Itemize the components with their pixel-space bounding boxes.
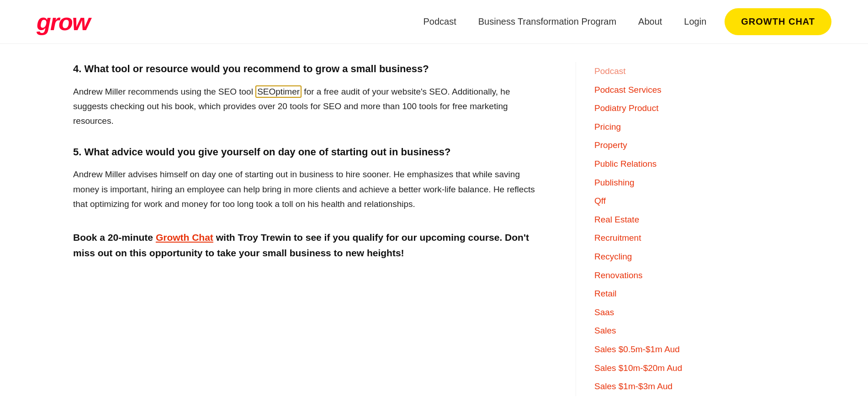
sidebar-item-16[interactable]: Sales $10m-$20m Aud: [594, 359, 722, 378]
cta-block: Book a 20-minute Growth Chat with Troy T…: [73, 230, 539, 260]
sidebar-item-10[interactable]: Recycling: [594, 248, 722, 266]
question-5-block: 5. What advice would you give yourself o…: [73, 145, 539, 212]
page-body: 4. What tool or resource would you recom…: [0, 44, 868, 402]
sidebar-item-15[interactable]: Sales $0.5m-$1m Aud: [594, 340, 722, 359]
question-4-block: 4. What tool or resource would you recom…: [73, 62, 539, 129]
question-5-title: 5. What advice would you give yourself o…: [73, 145, 539, 159]
nav-login[interactable]: Login: [684, 16, 706, 27]
logo[interactable]: grow: [37, 10, 90, 34]
question-5-answer: Andrew Miller advises himself on day one…: [73, 167, 539, 212]
cta-text-before: Book a 20-minute: [73, 232, 156, 243]
sidebar-item-13[interactable]: Saas: [594, 303, 722, 322]
question-4-title: 4. What tool or resource would you recom…: [73, 62, 539, 76]
sidebar-item-2[interactable]: Podiatry Product: [594, 99, 722, 118]
sidebar-item-0[interactable]: Podcast: [594, 62, 722, 81]
header: grow Podcast Business Transformation Pro…: [0, 0, 868, 44]
sidebar-item-6[interactable]: Publishing: [594, 174, 722, 192]
main-content: 4. What tool or resource would you recom…: [73, 62, 576, 396]
sidebar-item-9[interactable]: Recruitment: [594, 229, 722, 248]
nav-about[interactable]: About: [638, 16, 662, 27]
growth-chat-link[interactable]: Growth Chat: [156, 232, 213, 243]
nav-podcast[interactable]: Podcast: [423, 16, 456, 27]
sidebar-item-1[interactable]: Podcast Services: [594, 81, 722, 100]
growth-chat-button[interactable]: GROWTH CHAT: [725, 8, 831, 35]
sidebar-item-12[interactable]: Retail: [594, 285, 722, 303]
sidebar-item-4[interactable]: Property: [594, 136, 722, 155]
sidebar-item-5[interactable]: Public Relations: [594, 155, 722, 174]
nav-btp[interactable]: Business Transformation Program: [478, 16, 616, 27]
sidebar-item-17[interactable]: Sales $1m-$3m Aud: [594, 377, 722, 396]
sidebar-item-7[interactable]: Qff: [594, 192, 722, 211]
sidebar-item-8[interactable]: Real Estate: [594, 211, 722, 229]
answer-4-before: Andrew Miller recommends using the SEO t…: [73, 87, 255, 96]
sidebar: PodcastPodcast ServicesPodiatry ProductP…: [576, 62, 722, 396]
main-nav: Podcast Business Transformation Program …: [423, 16, 706, 27]
sidebar-item-14[interactable]: Sales: [594, 322, 722, 340]
sidebar-item-3[interactable]: Pricing: [594, 118, 722, 137]
question-4-answer: Andrew Miller recommends using the SEO t…: [73, 85, 539, 129]
seoptimer-highlight: SEOptimer: [255, 85, 302, 98]
sidebar-item-11[interactable]: Renovations: [594, 266, 722, 285]
